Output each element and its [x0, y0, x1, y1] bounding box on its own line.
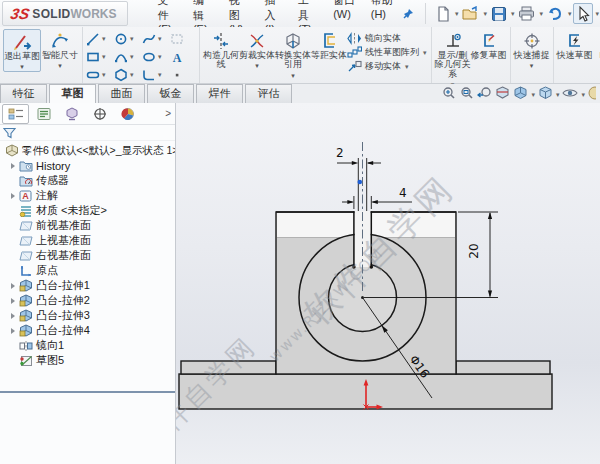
hide-show-dropdown[interactable]: ▾	[581, 91, 585, 99]
print-dropdown[interactable]: ▾	[539, 10, 543, 18]
linear-pattern-button[interactable]: 线性草图阵列 ▾	[347, 46, 428, 59]
tree-filter[interactable]	[0, 125, 175, 141]
spline-dropdown[interactable]: ▾	[158, 35, 162, 43]
display-delete-relations-button[interactable]: 显示/删除几何关系 ▾	[435, 29, 471, 89]
circle-dropdown[interactable]: ▾	[130, 35, 134, 43]
smart-dimension-dropdown[interactable]: ▾	[58, 62, 62, 69]
tab-features[interactable]: 特征	[0, 84, 47, 103]
feature-manager-tab[interactable]	[2, 104, 29, 124]
convert-entities-dropdown[interactable]: ▾	[291, 72, 295, 79]
tab-sketch[interactable]: 草图	[49, 84, 96, 103]
smart-dimension-button[interactable]: 智能尺寸 ▾	[41, 29, 79, 70]
pin-icon[interactable]	[401, 5, 415, 23]
construction-geometry-button[interactable]: 构造几何线	[203, 29, 239, 70]
expander-icon[interactable]	[8, 283, 18, 289]
zoom-to-fit-icon[interactable]	[441, 86, 456, 104]
circle-tool[interactable]: ▾	[114, 30, 140, 48]
repair-sketch-button[interactable]: 修复草图	[471, 29, 507, 60]
rectangle-tool[interactable]: ▾	[86, 48, 112, 66]
undo-button[interactable]	[545, 4, 566, 24]
offset-entities-button[interactable]: 等距实体	[311, 29, 347, 60]
tree-root-part[interactable]: 零件6 (默认<<默认>_显示状态 1>)	[0, 143, 175, 158]
tree-item-front-plane[interactable]: 前视基准面	[0, 218, 175, 233]
configuration-manager-tab[interactable]	[58, 104, 85, 124]
slot-tool[interactable]: ▾	[86, 66, 112, 84]
expander-icon[interactable]	[8, 328, 18, 334]
trim-entities-button[interactable]: 剪裁实体 ▾	[239, 29, 275, 70]
rollback-bar[interactable]	[0, 391, 175, 393]
tree-item-mirror1[interactable]: 镜向1	[0, 338, 175, 353]
select-tool-button[interactable]	[573, 3, 593, 24]
tree-item-boss-extrude1[interactable]: 凸台-拉伸1	[0, 278, 175, 293]
fillet-tool[interactable]: ▾	[142, 66, 168, 84]
property-manager-tab[interactable]	[30, 104, 57, 124]
mirror-entities-button[interactable]: 镜向实体	[347, 32, 428, 45]
zoom-to-area-icon[interactable]	[459, 86, 474, 104]
select-tool-dropdown[interactable]: ▾	[595, 10, 599, 18]
line-tool[interactable]: ▾	[86, 30, 112, 48]
tree-item-sketch5[interactable]: 草图5	[0, 353, 175, 368]
ellipse-tool[interactable]: ▾	[142, 48, 168, 66]
display-style-dropdown[interactable]: ▾	[556, 91, 560, 99]
construction-rect-tool[interactable]	[170, 30, 196, 48]
instant2d-button[interactable]: Instant2D	[593, 29, 600, 60]
sketch-text-tool[interactable]: A	[170, 48, 196, 66]
dimxpert-manager-tab[interactable]	[86, 104, 113, 124]
quick-snaps-button[interactable]: 快速捕捉 ▾	[514, 29, 550, 70]
tab-sheet-metal[interactable]: 钣金	[147, 84, 194, 103]
tree-item-material[interactable]: 材质 <未指定>	[0, 203, 175, 218]
convert-entities-button[interactable]: 转换实体引用 ▾	[275, 29, 311, 79]
exit-sketch-dropdown[interactable]: ▾	[20, 63, 24, 70]
slot-dropdown[interactable]: ▾	[102, 71, 106, 79]
point-tool[interactable]	[170, 66, 196, 84]
polygon-dropdown[interactable]: ▾	[130, 71, 134, 79]
display-manager-tab[interactable]	[114, 104, 141, 124]
view-orientation-icon[interactable]	[513, 86, 528, 104]
expander-icon[interactable]	[8, 313, 18, 319]
tree-item-top-plane[interactable]: 上视基准面	[0, 233, 175, 248]
tree-item-history[interactable]: History	[0, 158, 175, 173]
save-dropdown[interactable]: ▾	[511, 10, 515, 18]
print-button[interactable]	[516, 4, 537, 24]
tab-weldments[interactable]: 焊件	[196, 84, 243, 103]
sketch-point[interactable]	[358, 180, 363, 185]
new-document-button[interactable]	[434, 4, 453, 24]
tree-item-origin[interactable]: 原点	[0, 263, 175, 278]
panel-tabs-overflow[interactable]: >	[165, 108, 171, 119]
arc-tool[interactable]: ▾	[114, 48, 140, 66]
move-entities-button[interactable]: 移动实体 ▾	[347, 60, 428, 73]
tree-item-sensors[interactable]: 传感器	[0, 173, 175, 188]
open-dropdown[interactable]: ▾	[483, 10, 487, 18]
exit-sketch-button[interactable]: 退出草图 ▾	[3, 29, 41, 72]
expander-icon[interactable]	[8, 193, 18, 199]
expander-icon[interactable]	[8, 163, 18, 169]
graphics-viewport[interactable]: 软件自学网 www.RJZXW.COM 软件自学网 2	[176, 103, 600, 464]
arc-dropdown[interactable]: ▾	[130, 53, 134, 61]
tree-item-annotations[interactable]: A 注解	[0, 188, 175, 203]
move-entities-dropdown[interactable]: ▾	[405, 63, 409, 71]
view-orientation-dropdown[interactable]: ▾	[531, 91, 535, 99]
solidworks-logo[interactable]: 3S SOLIDWORKS	[2, 1, 128, 26]
save-button[interactable]	[489, 4, 509, 24]
tree-item-boss-extrude4[interactable]: 凸台-拉伸4	[0, 323, 175, 338]
rapid-sketch-button[interactable]: 快速草图	[557, 29, 593, 60]
tree-item-boss-extrude3[interactable]: 凸台-拉伸3	[0, 308, 175, 323]
display-style-icon[interactable]	[538, 86, 553, 104]
expander-icon[interactable]	[8, 298, 18, 304]
trim-entities-dropdown[interactable]: ▾	[255, 62, 259, 69]
tab-surfaces[interactable]: 曲面	[98, 84, 145, 103]
spline-tool[interactable]: ▾	[142, 30, 168, 48]
tree-item-boss-extrude2[interactable]: 凸台-拉伸2	[0, 293, 175, 308]
open-button[interactable]	[460, 4, 481, 24]
fillet-dropdown[interactable]: ▾	[158, 71, 162, 79]
undo-dropdown[interactable]: ▾	[568, 10, 572, 18]
linear-pattern-dropdown[interactable]: ▾	[423, 49, 427, 57]
line-dropdown[interactable]: ▾	[102, 35, 106, 43]
hide-show-items-icon[interactable]	[562, 86, 578, 104]
rectangle-dropdown[interactable]: ▾	[102, 53, 106, 61]
appearances-icon[interactable]	[588, 86, 596, 104]
previous-view-icon[interactable]	[477, 86, 492, 104]
polygon-tool[interactable]: ▾	[114, 66, 140, 84]
tab-evaluate[interactable]: 评估	[245, 84, 292, 103]
section-view-icon[interactable]	[495, 86, 510, 104]
